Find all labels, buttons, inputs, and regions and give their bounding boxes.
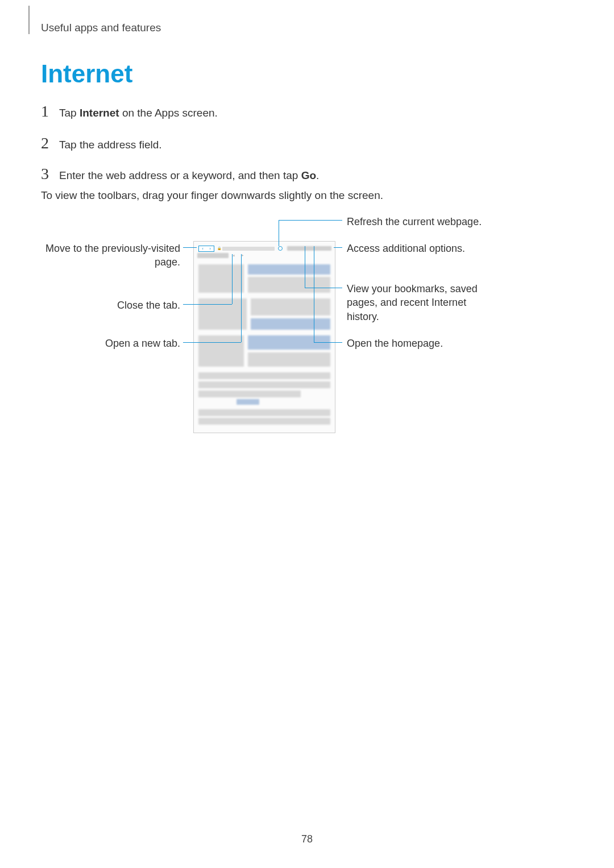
text: Tap (59, 107, 80, 119)
step-number: 1 (41, 102, 49, 121)
callout-homepage: Open the homepage. (347, 337, 517, 350)
forward-arrow-icon: › (209, 246, 211, 251)
page-number: 78 (301, 833, 313, 845)
callout-line (334, 247, 342, 248)
step-text: Tap Internet on the Apps screen. (59, 107, 218, 119)
close-tab-icon: × (233, 253, 235, 258)
callout-refresh: Refresh the current webpage. (347, 215, 517, 229)
content-blur (198, 418, 330, 425)
callout-line (183, 304, 232, 305)
header-divider (28, 6, 30, 34)
content-blur (251, 318, 330, 330)
callout-back: Move to the previously-visited page. (41, 242, 180, 269)
back-arrow-icon: ‹ (202, 246, 204, 251)
callout-line (232, 254, 233, 304)
text: Tap the address field. (59, 139, 162, 151)
browser-diagram: ‹ › 🔒 × + (41, 215, 524, 442)
callout-line (279, 220, 342, 221)
step-3: 3 Enter the web address or a keyword, an… (41, 165, 319, 183)
step-text: Enter the web address or a keyword, and … (59, 169, 319, 182)
content-blur (198, 381, 330, 388)
step-text: Tap the address field. (59, 139, 162, 151)
content-blur (198, 264, 244, 293)
content-blur (198, 335, 244, 367)
refresh-icon (278, 246, 283, 251)
content-blur (198, 298, 247, 330)
content-blur (251, 298, 330, 315)
callout-line (314, 342, 342, 343)
toolbar-right (287, 246, 331, 251)
bold-text: Internet (80, 107, 119, 119)
bold-text: Go (301, 169, 316, 181)
content-blur (248, 277, 330, 293)
content-blur (248, 352, 330, 367)
callout-line (241, 254, 242, 342)
callout-close: Close the tab. (41, 298, 180, 312)
callout-newtab: Open a new tab. (41, 337, 180, 350)
content-blur (237, 399, 259, 405)
tab-blur (197, 253, 229, 258)
callout-line (305, 288, 342, 288)
content-blur (248, 264, 330, 275)
step-1: 1 Tap Internet on the Apps screen. (41, 102, 218, 121)
section-header: Useful apps and features (41, 22, 161, 34)
step-number: 3 (41, 165, 49, 183)
caption: To view the toolbars, drag your finger d… (41, 189, 383, 202)
callout-line (279, 220, 279, 246)
lock-icon: 🔒 (217, 246, 221, 251)
url-field (222, 247, 275, 251)
text: on the Apps screen. (119, 107, 218, 119)
nav-buttons: ‹ › (198, 246, 214, 252)
callout-line (183, 247, 197, 248)
step-number: 2 (41, 134, 49, 152)
content-blur (198, 372, 330, 379)
text: . (316, 169, 319, 181)
callout-line (183, 342, 241, 343)
text: Enter the web address or a keyword, and … (59, 169, 301, 181)
content-blur (198, 391, 301, 397)
content-blur (198, 409, 330, 416)
step-2: 2 Tap the address field. (41, 134, 162, 152)
callout-options: Access additional options. (347, 242, 517, 255)
callout-line (305, 246, 305, 288)
page-title: Internet (41, 60, 132, 88)
callout-bookmarks: View your bookmarks, saved pages, and re… (347, 282, 495, 323)
callout-line (314, 246, 314, 342)
